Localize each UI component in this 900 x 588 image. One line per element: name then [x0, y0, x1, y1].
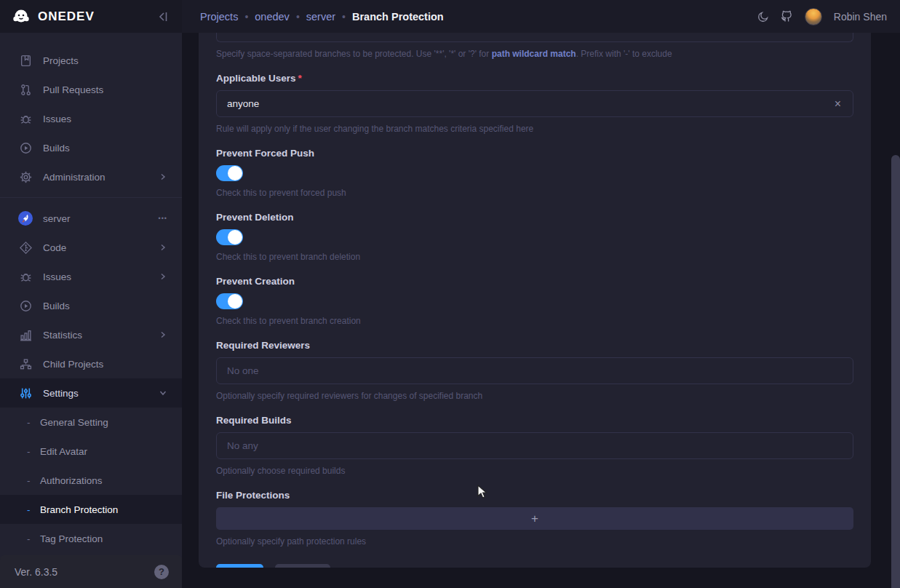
prevent-creation-help: Check this to prevent branch creation: [216, 316, 853, 326]
sidebar-subitem-edit-avatar[interactable]: - Edit Avatar: [0, 437, 182, 466]
form-actions: Save Cancel: [216, 564, 853, 568]
sidebar-item-settings[interactable]: Settings: [0, 378, 182, 408]
brand-bar: ONEDEV: [0, 0, 182, 33]
play-circle-icon: [18, 300, 33, 312]
cancel-button[interactable]: Cancel: [275, 564, 330, 568]
github-icon[interactable]: [781, 10, 793, 23]
required-asterisk: *: [298, 73, 302, 84]
sidebar-item-project-builds[interactable]: Builds: [0, 291, 182, 320]
required-reviewers-help: Optionally specify required reviewers fo…: [216, 391, 853, 401]
sidebar-item-projects[interactable]: Projects: [0, 46, 182, 75]
sidebar-subitem-authorizations[interactable]: - Authorizations: [0, 466, 182, 495]
ellipsis-menu-icon[interactable]: •••: [159, 215, 167, 222]
prevent-creation-toggle[interactable]: [216, 293, 243, 309]
bug-icon: [18, 113, 33, 125]
breadcrumb-separator: •: [296, 11, 300, 23]
sidebar-item-issues[interactable]: Issues: [0, 104, 182, 133]
file-protections-help: Optionally specify path protection rules: [216, 536, 853, 547]
project-avatar-rocket-icon: [18, 210, 33, 226]
sidebar-subitem-branch-protection[interactable]: - Branch Protection: [0, 495, 182, 524]
user-name[interactable]: Robin Shen: [834, 11, 887, 23]
applicable-branches-help: Specify space-separated branches to be p…: [216, 49, 853, 59]
clear-icon[interactable]: ×: [833, 98, 843, 111]
gear-icon: [18, 171, 33, 183]
file-protections-label: File Protections: [216, 490, 853, 501]
sidebar-item-statistics[interactable]: Statistics: [0, 320, 182, 349]
chevron-right-icon: [159, 243, 167, 252]
sidebar-subitem-tag-protection[interactable]: - Tag Protection: [0, 524, 182, 553]
applicable-users-label: Applicable Users*: [216, 73, 853, 84]
sitemap-icon: [18, 358, 33, 370]
chevron-right-icon: [159, 330, 167, 339]
sidebar-item-builds[interactable]: Builds: [0, 133, 182, 162]
toggle-knob: [228, 230, 242, 245]
sidebar-divider: [0, 197, 182, 198]
sidebar-item-project-issues[interactable]: Issues: [0, 262, 182, 291]
branch-protection-form: Specify space-separated branches to be p…: [199, 33, 871, 568]
main-nav: Projects Pull Requests Issues: [0, 33, 182, 553]
required-builds-input[interactable]: No any: [216, 432, 853, 459]
prevent-deletion-toggle[interactable]: [216, 229, 243, 245]
prevent-forced-push-toggle[interactable]: [216, 165, 243, 181]
applicable-users-help: Rule will apply only if the user changin…: [216, 124, 853, 134]
breadcrumb-projects[interactable]: Projects: [200, 11, 238, 23]
required-reviewers-label: Required Reviewers: [216, 340, 853, 351]
sidebar-item-administration[interactable]: Administration: [0, 162, 182, 191]
save-button[interactable]: Save: [216, 564, 263, 568]
prevent-deletion-help: Check this to prevent branch deletion: [216, 252, 853, 262]
sidebar-item-project-server[interactable]: server •••: [0, 204, 182, 233]
prevent-forced-push-label: Prevent Forced Push: [216, 148, 853, 159]
chevron-right-icon: [159, 272, 167, 281]
add-file-protection-button[interactable]: +: [216, 507, 853, 530]
required-builds-label: Required Builds: [216, 415, 853, 426]
help-icon[interactable]: ?: [154, 565, 169, 579]
chevron-down-icon: [159, 389, 167, 397]
git-branch-icon: [18, 242, 33, 254]
sliders-icon: [18, 387, 33, 400]
sidebar-subitem-general-setting[interactable]: - General Setting: [0, 408, 182, 437]
bar-chart-icon: [18, 329, 33, 341]
version-label: Ver. 6.3.5: [15, 566, 154, 578]
toggle-knob: [228, 294, 242, 309]
pull-request-icon: [18, 84, 33, 96]
sidebar-footer: Ver. 6.3.5 ?: [0, 555, 182, 588]
toggle-knob: [228, 166, 242, 180]
applicable-branches-input[interactable]: [216, 33, 853, 42]
onedev-logo-icon: [12, 7, 31, 26]
prevent-creation-label: Prevent Creation: [216, 276, 853, 287]
book-icon: [18, 55, 33, 67]
sidebar-item-code[interactable]: Code: [0, 233, 182, 262]
topbar-actions: Robin Shen: [757, 8, 887, 25]
prevent-deletion-label: Prevent Deletion: [216, 212, 853, 223]
breadcrumb: Projects • onedev • server • Branch Prot…: [200, 11, 757, 23]
sidebar-collapse-icon[interactable]: [157, 11, 169, 23]
chevron-right-icon: [159, 172, 167, 181]
breadcrumb-separator: •: [342, 11, 346, 23]
brand-name: ONEDEV: [38, 9, 157, 24]
bug-icon: [18, 271, 33, 283]
applicable-users-input[interactable]: anyone ×: [216, 90, 853, 117]
required-reviewers-input[interactable]: No one: [216, 357, 853, 384]
top-bar: Projects • onedev • server • Branch Prot…: [182, 0, 900, 33]
prevent-forced-push-help: Check this to prevent forced push: [216, 188, 853, 198]
breadcrumb-separator: •: [244, 11, 248, 23]
path-wildcard-match-link[interactable]: path wildcard match: [492, 49, 576, 59]
page-scrollbar-thumb[interactable]: [891, 155, 900, 588]
user-avatar[interactable]: [805, 8, 822, 25]
sidebar: ONEDEV Projects Pull Requests: [0, 0, 182, 588]
breadcrumb-onedev[interactable]: onedev: [255, 11, 290, 23]
sidebar-item-child-projects[interactable]: Child Projects: [0, 349, 182, 378]
dark-mode-moon-icon[interactable]: [757, 11, 769, 23]
breadcrumb-server[interactable]: server: [306, 11, 335, 23]
play-circle-icon: [18, 142, 33, 154]
page-title: Branch Protection: [352, 11, 444, 23]
required-builds-help: Optionally choose required builds: [216, 466, 853, 476]
sidebar-item-pull-requests[interactable]: Pull Requests: [0, 75, 182, 104]
plus-icon: +: [531, 512, 538, 526]
